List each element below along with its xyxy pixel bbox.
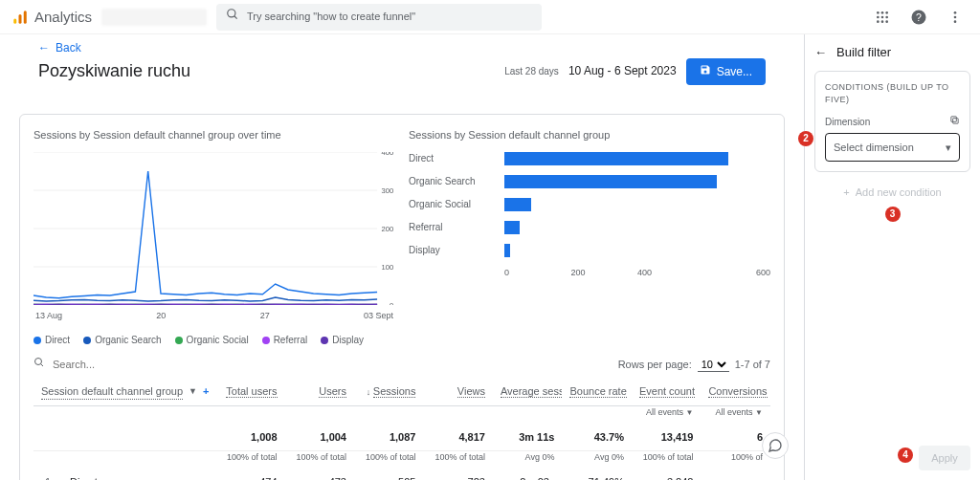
svg-point-10 (885, 15, 888, 18)
date-prefix: Last 28 days (504, 65, 559, 78)
sidebar-title: Build filter (836, 44, 891, 61)
svg-text:400: 400 (382, 152, 394, 157)
svg-point-6 (881, 11, 884, 14)
svg-point-12 (881, 20, 884, 23)
bar-row: Organic Social (409, 198, 770, 211)
copy-icon[interactable] (949, 115, 960, 129)
svg-point-13 (885, 20, 888, 23)
build-filter-panel: ← Build filter Conditions (build up to f… (804, 34, 980, 480)
plus-icon: + (843, 185, 849, 200)
svg-point-11 (877, 20, 880, 23)
rows-per-page-label: Rows per page: (618, 358, 692, 372)
svg-text:0: 0 (390, 301, 394, 305)
help-icon[interactable]: ? (905, 4, 932, 31)
bar-label: Organic Search (409, 175, 495, 188)
svg-point-17 (954, 15, 957, 18)
feedback-button[interactable] (762, 432, 789, 459)
chart-legend: DirectOrganic SearchOrganic SocialReferr… (33, 334, 395, 347)
bar-label: Referral (409, 221, 495, 234)
table-search[interactable] (33, 357, 166, 372)
bar-label: Organic Social (409, 198, 495, 211)
line-chart-title: Sessions by Session default channel grou… (33, 128, 395, 142)
svg-text:100: 100 (382, 263, 394, 272)
add-dimension-icon[interactable]: + (203, 384, 209, 399)
dimension-select-placeholder: Select dimension (834, 141, 914, 155)
svg-rect-0 (13, 18, 16, 23)
svg-rect-2 (24, 11, 27, 24)
search-placeholder: Try searching "how to create funnel" (247, 10, 415, 24)
more-icon[interactable] (942, 4, 969, 31)
bar-chart-title: Sessions by Session default channel grou… (409, 128, 770, 142)
dimension-select[interactable]: Select dimension ▾ (825, 133, 960, 162)
report-card: Sessions by Session default channel grou… (19, 114, 785, 480)
line-chart: Sessions by Session default channel grou… (33, 128, 395, 347)
page-range: 1-7 of 7 (735, 358, 770, 372)
svg-point-9 (881, 15, 884, 18)
bar-row: Organic Search (409, 175, 770, 188)
svg-rect-31 (953, 119, 959, 124)
table-row[interactable]: 1Direct4744735057232m 03s71.49%3,242 (33, 469, 770, 480)
line-chart-svg: 0100200300400 (33, 152, 395, 305)
svg-point-18 (954, 20, 957, 23)
annotation-badge-4: 4 (898, 447, 913, 463)
arrow-left-icon[interactable]: ← (814, 44, 827, 61)
save-label: Save... (717, 65, 752, 78)
svg-point-5 (877, 11, 880, 14)
date-range[interactable]: 10 Aug - 6 Sept 2023 (568, 63, 677, 79)
bar-row: Direct (409, 152, 770, 165)
save-button[interactable]: Save... (686, 58, 766, 85)
bar-row: Referral (409, 221, 770, 234)
svg-rect-1 (19, 14, 22, 24)
page-title: Pozyskiwanie ruchu (38, 59, 190, 83)
add-condition-label: Add new condition (856, 185, 942, 200)
search-icon (33, 357, 45, 372)
search-icon (226, 8, 239, 26)
rows-per-page-select[interactable]: 10 (698, 358, 729, 372)
annotation-badge-2: 2 (798, 131, 813, 146)
bar-row: Display (409, 244, 770, 257)
svg-text:?: ? (916, 11, 922, 22)
data-table: Session default channel group ▼ +Total u… (33, 379, 770, 480)
bar-chart: Sessions by Session default channel grou… (409, 128, 770, 347)
annotation-badge-3: 3 (885, 207, 901, 222)
svg-point-3 (228, 10, 235, 17)
product-name: Analytics (34, 7, 92, 27)
apps-icon[interactable] (869, 4, 896, 31)
svg-text:300: 300 (382, 186, 394, 195)
svg-point-8 (877, 15, 880, 18)
bar-label: Direct (409, 152, 495, 165)
apply-button: Apply (919, 446, 970, 470)
back-link[interactable]: ← Back (38, 40, 81, 56)
back-label: Back (56, 40, 81, 56)
svg-point-29 (35, 359, 42, 365)
svg-line-4 (234, 16, 237, 19)
add-condition: + Add new condition 3 (814, 185, 970, 200)
property-name-blurred (101, 9, 207, 26)
svg-point-7 (885, 11, 888, 14)
save-icon (700, 64, 711, 78)
table-search-input[interactable] (51, 358, 166, 371)
svg-rect-32 (951, 117, 957, 122)
svg-text:200: 200 (382, 225, 394, 233)
arrow-left-icon: ← (38, 40, 50, 56)
global-search[interactable]: Try searching "how to create funnel" (216, 4, 542, 31)
svg-point-16 (954, 11, 957, 14)
dimension-label: Dimension (825, 116, 870, 129)
conditions-card: Conditions (build up to five) Dimension … (814, 71, 970, 172)
bar-label: Display (409, 244, 495, 257)
app-logo[interactable]: Analytics (11, 7, 92, 27)
svg-line-30 (41, 364, 44, 367)
chevron-down-icon: ▾ (946, 141, 951, 155)
conditions-heading: Conditions (build up to five) (825, 81, 960, 105)
